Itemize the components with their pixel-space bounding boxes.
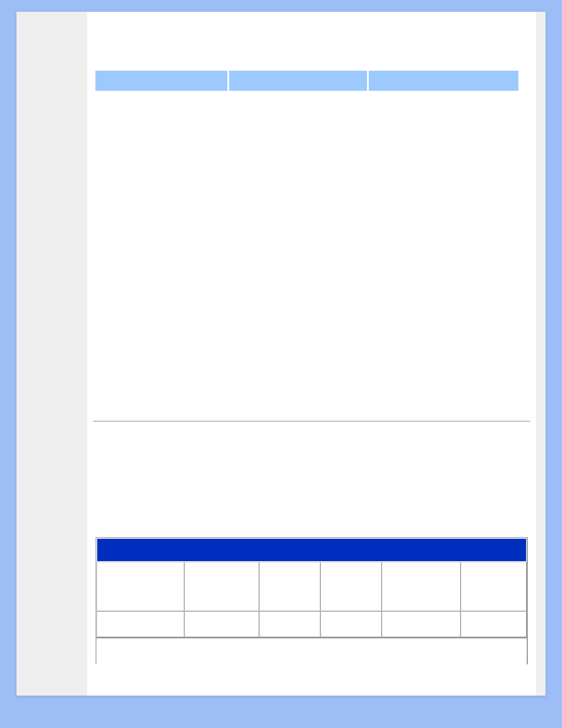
table-cell[interactable]: [320, 562, 382, 611]
data-table-wrap: [93, 537, 530, 638]
table-cell[interactable]: [382, 611, 461, 637]
right-rail: [536, 12, 546, 696]
main-content: [87, 12, 536, 696]
tab-2[interactable]: [229, 71, 367, 91]
data-table: [95, 537, 528, 638]
content-area: [93, 97, 530, 421]
table-footer-area: [95, 638, 528, 664]
table-cell[interactable]: [259, 562, 320, 611]
table-cell[interactable]: [259, 611, 320, 637]
app-window: [16, 12, 546, 696]
table-row: [97, 562, 527, 611]
table-cell[interactable]: [184, 611, 259, 637]
tab-bar: [93, 71, 530, 91]
table-cell[interactable]: [461, 611, 527, 637]
tab-1[interactable]: [95, 71, 227, 91]
table-cell[interactable]: [461, 562, 527, 611]
table-header: [97, 538, 527, 562]
sidebar: [16, 12, 87, 696]
table-cell[interactable]: [184, 562, 259, 611]
table-row: [97, 611, 527, 637]
tab-3[interactable]: [369, 71, 518, 91]
table-cell[interactable]: [320, 611, 382, 637]
table-cell[interactable]: [382, 562, 461, 611]
spacer: [93, 421, 530, 537]
table-cell[interactable]: [97, 562, 184, 611]
table-cell[interactable]: [97, 611, 184, 637]
